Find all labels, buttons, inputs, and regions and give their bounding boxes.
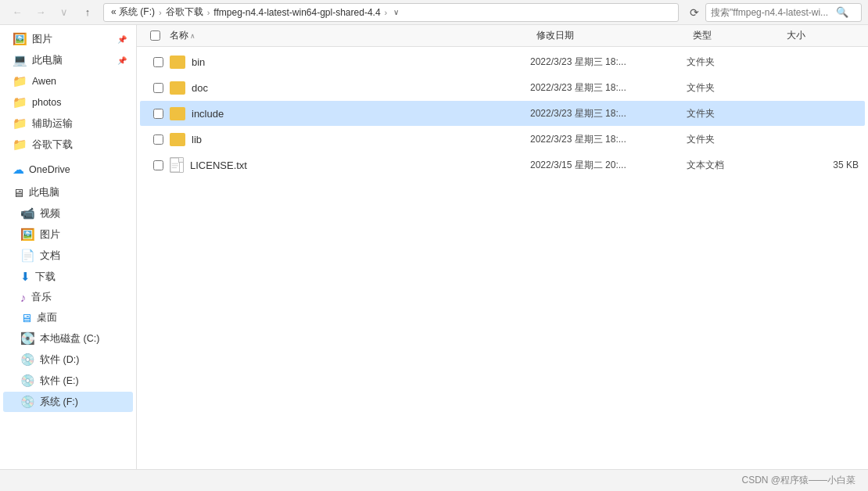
address-part-folder1[interactable]: 谷歌下载 — [163, 5, 206, 20]
folder-icon — [170, 81, 185, 95]
onedrive-icon: ☁ — [13, 163, 24, 177]
sidebar-item-label: 下载 — [35, 271, 56, 284]
address-parts: « 系统 (F:) › 谷歌下载 › ffmpeg-n4.4-latest-wi… — [109, 5, 403, 20]
svg-marker-1 — [180, 158, 183, 161]
watermark-text: CSDN @程序猿——小白菜 — [741, 474, 855, 487]
music-icon: ♪ — [20, 291, 27, 304]
file-name: LICENSE.txt — [190, 159, 247, 171]
back-button[interactable]: ← — [6, 3, 28, 22]
bottom-bar: CSDN @程序猿——小白菜 — [0, 469, 868, 491]
address-part-drive[interactable]: « 系统 (F:) — [109, 5, 157, 20]
up-button[interactable]: ↑ — [77, 3, 99, 22]
sidebar-item-label: OneDrive — [29, 164, 70, 175]
row-checkbox[interactable] — [146, 109, 170, 119]
header-date[interactable]: 修改日期 — [533, 29, 690, 42]
select-all-checkbox[interactable] — [150, 30, 160, 41]
docs-icon: 📄 — [20, 249, 35, 263]
file-name: lib — [192, 134, 202, 145]
sidebar-item-transport[interactable]: 📁 辅助运输 — [3, 113, 133, 134]
drive-f-icon: 💿 — [20, 395, 35, 409]
file-name-cell: LICENSE.txt — [170, 157, 530, 173]
file-name: include — [192, 108, 224, 120]
file-icon-svg — [170, 157, 183, 173]
row-checkbox[interactable] — [146, 83, 170, 93]
sidebar-item-music[interactable]: ♪ 音乐 — [3, 288, 133, 307]
googledownload-icon: 📁 — [13, 138, 27, 152]
sidebar-item-downloads[interactable]: ⬇ 下载 — [3, 267, 133, 287]
sidebar-item-thispc-quick[interactable]: 💻 此电脑 📌 — [3, 50, 133, 70]
file-list: bin 2022/3/23 星期三 18:... 文件夹 doc 2022/3/… — [137, 47, 868, 469]
sidebar-item-images[interactable]: 🖼️ 图片 — [3, 224, 133, 245]
row-checkbox[interactable] — [146, 160, 170, 170]
video-icon: 📹 — [20, 206, 35, 220]
sidebar-item-drive-e[interactable]: 💿 软件 (E:) — [3, 371, 133, 391]
table-row[interactable]: LICENSE.txt 2022/3/15 星期二 20:... 文本文档 35… — [140, 152, 865, 177]
dropdown-button[interactable]: ∨ — [53, 3, 75, 22]
search-bar: 🔍 — [705, 3, 862, 22]
file-type: 文本文档 — [687, 159, 780, 172]
file-name: doc — [192, 82, 208, 94]
awen-icon: 📁 — [13, 74, 27, 88]
file-type: 文件夹 — [687, 81, 780, 95]
table-row[interactable]: bin 2022/3/23 星期三 18:... 文件夹 — [140, 49, 865, 74]
sidebar-item-awen[interactable]: 📁 Awen — [3, 71, 133, 91]
search-icon-button[interactable]: 🔍 — [836, 6, 848, 18]
file-type: 文件夹 — [687, 56, 780, 69]
photos-icon: 📁 — [13, 95, 27, 109]
main-area: 🖼️ 图片 📌 💻 此电脑 📌 📁 Awen 📁 photos 📁 辅助运输 — [0, 25, 868, 469]
sidebar-item-onedrive[interactable]: ☁ OneDrive — [3, 159, 133, 180]
sidebar-item-photos[interactable]: 📁 photos — [3, 92, 133, 113]
sidebar-item-drive-d[interactable]: 💿 软件 (D:) — [3, 349, 133, 370]
table-row[interactable]: doc 2022/3/23 星期三 18:... 文件夹 — [140, 75, 865, 100]
row-checkbox[interactable] — [146, 57, 170, 67]
pin-icon: 📌 — [117, 35, 127, 44]
file-name-cell: doc — [170, 81, 530, 95]
sidebar-item-label: 图片 — [32, 33, 52, 46]
sort-arrow: ∧ — [190, 32, 195, 40]
sidebar-item-label: 图片 — [40, 228, 60, 242]
desktop-icon: 🖥 — [20, 311, 32, 324]
folder-icon — [170, 56, 185, 69]
refresh-button[interactable]: ⟳ — [683, 3, 705, 22]
file-type: 文件夹 — [687, 133, 780, 146]
sidebar: 🖼️ 图片 📌 💻 此电脑 📌 📁 Awen 📁 photos 📁 辅助运输 — [0, 25, 137, 469]
sidebar-item-drive-f[interactable]: 💿 系统 (F:) — [3, 392, 133, 412]
sidebar-item-label: 系统 (F:) — [40, 396, 78, 409]
header-type[interactable]: 类型 — [690, 29, 784, 42]
search-input[interactable] — [711, 7, 836, 18]
table-row[interactable]: lib 2022/3/23 星期三 18:... 文件夹 — [140, 127, 865, 152]
pin-icon2: 📌 — [117, 56, 127, 65]
address-expand-button[interactable]: ∨ — [389, 5, 403, 20]
file-date: 2022/3/23 星期三 18:... — [530, 133, 687, 146]
sidebar-item-docs[interactable]: 📄 文档 — [3, 246, 133, 266]
forward-button[interactable]: → — [30, 3, 52, 22]
drive-c-icon: 💽 — [20, 332, 35, 346]
folder-icon — [170, 107, 185, 120]
row-checkbox[interactable] — [146, 134, 170, 145]
thispc-quick-icon: 💻 — [13, 53, 27, 67]
folder-icon — [170, 133, 185, 146]
file-size: 35 KB — [780, 159, 859, 170]
table-row[interactable]: include 2022/3/23 星期三 18:... 文件夹 — [140, 101, 865, 126]
sidebar-item-this-pc[interactable]: 🖥 此电脑 — [3, 183, 133, 202]
address-part-folder2[interactable]: ffmpeg-n4.4-latest-win64-gpl-shared-4.4 — [211, 6, 382, 19]
svg-rect-0 — [170, 158, 180, 172]
pictures-icon: 🖼️ — [13, 32, 27, 46]
file-name-cell: bin — [170, 56, 530, 69]
file-date: 2022/3/15 星期二 20:... — [530, 159, 687, 172]
file-name: bin — [192, 56, 205, 68]
sidebar-item-drive-c[interactable]: 💽 本地磁盘 (C:) — [3, 328, 133, 349]
sidebar-item-label: 此电脑 — [32, 54, 63, 67]
header-name[interactable]: 名称 ∧ — [167, 29, 533, 42]
sidebar-item-video[interactable]: 📹 视频 — [3, 203, 133, 224]
sidebar-item-googledownload[interactable]: 📁 谷歌下载 — [3, 134, 133, 155]
address-bar[interactable]: « 系统 (F:) › 谷歌下载 › ffmpeg-n4.4-latest-wi… — [103, 3, 679, 22]
sidebar-item-label: Awen — [32, 76, 56, 87]
header-checkbox[interactable] — [143, 30, 167, 41]
images-icon: 🖼️ — [20, 228, 35, 242]
file-name-cell: include — [170, 107, 530, 120]
sidebar-item-pictures[interactable]: 🖼️ 图片 📌 — [3, 29, 133, 49]
sidebar-item-desktop[interactable]: 🖥 桌面 — [3, 308, 133, 328]
thispc-icon: 🖥 — [13, 186, 24, 199]
header-size[interactable]: 大小 — [784, 29, 862, 42]
